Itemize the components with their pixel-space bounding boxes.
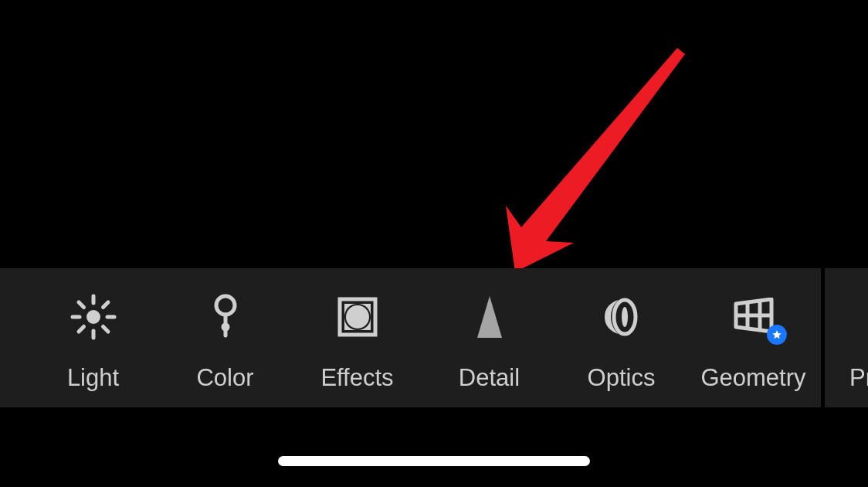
svg-line-9: [103, 302, 108, 308]
edit-toolbar-overflow[interactable]: Pr: [825, 268, 868, 407]
home-indicator[interactable]: [278, 456, 590, 466]
tool-geometry[interactable]: Geometry: [687, 284, 819, 392]
tool-optics[interactable]: Optics: [555, 284, 687, 392]
optics-icon: [602, 295, 641, 339]
svg-point-1: [86, 310, 100, 324]
svg-point-10: [216, 296, 235, 315]
tool-label: Detail: [459, 364, 520, 392]
premium-badge-icon: [767, 325, 787, 345]
tool-label: Color: [196, 364, 253, 392]
tool-detail[interactable]: Detail: [423, 284, 555, 392]
tool-light[interactable]: Light: [27, 284, 159, 392]
svg-point-12: [221, 323, 229, 332]
svg-line-7: [103, 327, 108, 332]
svg-marker-15: [477, 296, 502, 338]
svg-marker-0: [506, 48, 685, 272]
tool-color[interactable]: Color: [159, 284, 291, 392]
presets-icon-partial: [849, 295, 857, 339]
geometry-icon: [730, 295, 778, 339]
edit-toolbar[interactable]: Light Color Effects: [0, 268, 821, 407]
annotation-arrow: [506, 48, 699, 272]
detail-icon: [474, 295, 505, 339]
tool-partial[interactable]: Pr: [849, 284, 868, 392]
svg-line-6: [79, 302, 84, 308]
svg-point-17: [622, 307, 628, 327]
light-icon: [70, 295, 117, 339]
tool-label: Light: [67, 364, 119, 392]
canvas-area: [0, 0, 868, 268]
color-icon: [212, 295, 239, 339]
svg-marker-21: [772, 330, 782, 339]
svg-line-8: [79, 327, 84, 332]
tool-effects[interactable]: Effects: [291, 284, 423, 392]
tool-label: Pr: [849, 364, 868, 392]
tool-label: Optics: [588, 364, 656, 392]
tool-label: Geometry: [700, 364, 805, 392]
effects-icon: [337, 295, 378, 339]
tool-label: Effects: [320, 364, 393, 392]
